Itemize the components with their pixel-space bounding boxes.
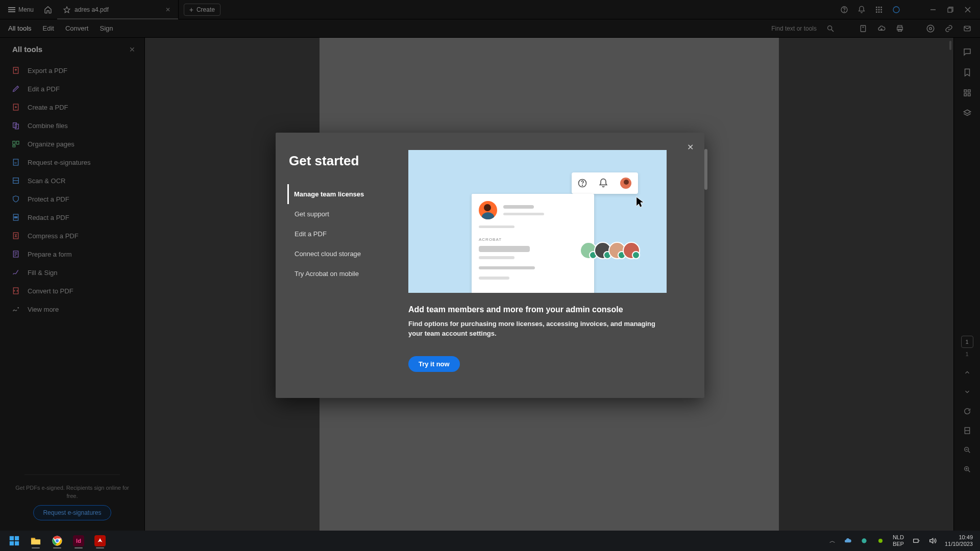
avatar-icon <box>479 201 497 219</box>
tray-volume-icon[interactable] <box>928 537 937 545</box>
svg-rect-67 <box>15 541 19 545</box>
modal-nav-item[interactable]: Get support <box>289 204 391 224</box>
svg-point-63 <box>582 185 582 186</box>
svg-rect-66 <box>10 541 14 545</box>
modal-nav-item[interactable]: Edit a PDF <box>289 224 391 244</box>
svg-rect-68 <box>31 538 35 540</box>
modal-overlay: ✕ Get started Manage team licensesGet su… <box>0 0 980 531</box>
modal-scrollbar[interactable] <box>704 149 707 190</box>
indesign-app[interactable]: Id <box>69 533 88 549</box>
modal-headline: Add team members and more from your admi… <box>408 305 687 314</box>
tray-network-icon[interactable] <box>912 537 920 545</box>
windows-taskbar: Id ︿ NLD BEP 10:49 11/10/2023 <box>0 531 980 551</box>
get-started-modal: ✕ Get started Manage team licensesGet su… <box>276 133 704 398</box>
svg-rect-75 <box>914 539 918 543</box>
svg-rect-64 <box>10 536 14 540</box>
tray-weather-icon[interactable] <box>860 537 868 545</box>
clock[interactable]: 10:49 11/10/2023 <box>945 534 975 547</box>
bell-icon <box>598 178 608 188</box>
language-indicator[interactable]: NLD BEP <box>893 534 904 547</box>
file-explorer-app[interactable] <box>27 533 45 549</box>
tray-chevron-icon[interactable]: ︿ <box>829 537 836 545</box>
acrobat-app[interactable] <box>91 533 109 549</box>
illus-label: ACROBAT <box>479 237 587 242</box>
svg-point-74 <box>878 539 883 543</box>
help-icon <box>577 178 587 188</box>
modal-title: Get started <box>289 153 391 169</box>
try-it-now-button[interactable]: Try it now <box>408 356 460 372</box>
svg-rect-65 <box>15 536 19 540</box>
modal-illustration: ACROBAT <box>408 150 667 293</box>
modal-body-text: Find options for purchasing more license… <box>408 319 664 339</box>
tray-onedrive-icon[interactable] <box>844 537 852 545</box>
start-button[interactable] <box>5 533 23 549</box>
chrome-app[interactable] <box>48 533 66 549</box>
modal-nav-item[interactable]: Manage team licenses <box>287 184 389 204</box>
modal-nav-item[interactable]: Connect cloud storage <box>289 244 391 264</box>
modal-nav-item[interactable]: Try Acrobat on mobile <box>289 264 391 284</box>
avatar-icon <box>619 177 632 190</box>
tray-nvidia-icon[interactable] <box>876 537 885 545</box>
team-avatars <box>583 242 640 259</box>
svg-point-73 <box>862 538 866 543</box>
